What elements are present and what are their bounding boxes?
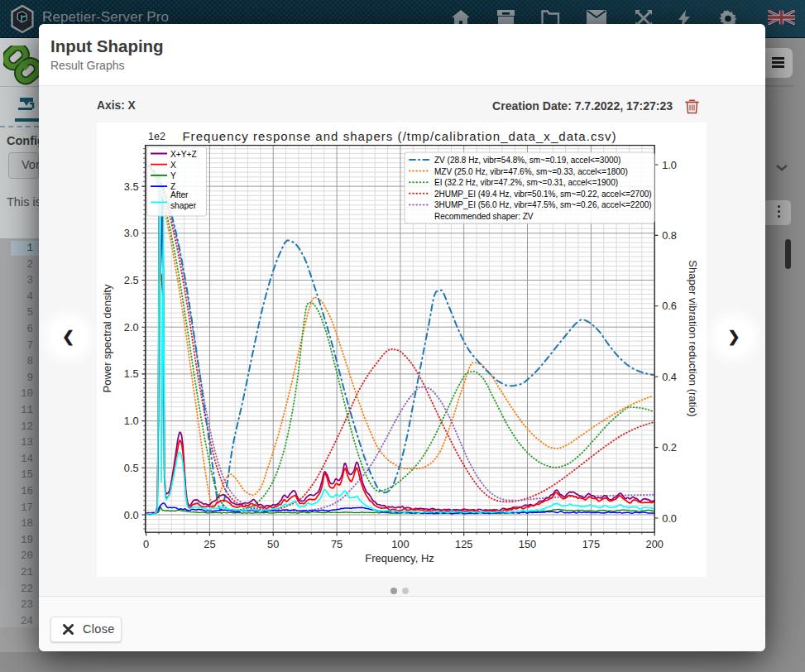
svg-text:3.0: 3.0 bbox=[124, 227, 139, 239]
svg-text:0.0: 0.0 bbox=[662, 512, 677, 525]
svg-text:MZV (25.0 Hz, vibr=47.6%, sm~=: MZV (25.0 Hz, vibr=47.6%, sm~=0.33, acce… bbox=[434, 167, 628, 176]
svg-text:0: 0 bbox=[143, 538, 149, 550]
svg-text:Shaper vibration reduction (ra: Shaper vibration reduction (ratio) bbox=[687, 260, 699, 416]
svg-text:100: 100 bbox=[391, 538, 409, 550]
svg-text:EI (32.2 Hz, vibr=47.2%, sm~=0: EI (32.2 Hz, vibr=47.2%, sm~=0.31, accel… bbox=[434, 178, 618, 187]
svg-text:Y: Y bbox=[170, 171, 176, 180]
svg-text:2.5: 2.5 bbox=[124, 274, 139, 286]
svg-text:2HUMP_EI (49.4 Hz, vibr=50.1%,: 2HUMP_EI (49.4 Hz, vibr=50.1%, sm~=0.22,… bbox=[434, 190, 652, 199]
svg-text:shaper: shaper bbox=[170, 201, 197, 210]
svg-text:After: After bbox=[170, 190, 189, 199]
svg-text:Frequency response and shapers: Frequency response and shapers (/tmp/cal… bbox=[182, 129, 616, 143]
svg-text:0.6: 0.6 bbox=[662, 300, 677, 312]
svg-text:75: 75 bbox=[331, 538, 343, 550]
svg-text:0.0: 0.0 bbox=[124, 509, 139, 521]
svg-text:1.0: 1.0 bbox=[124, 415, 139, 427]
svg-text:0.8: 0.8 bbox=[662, 229, 677, 242]
svg-text:X+Y+Z: X+Y+Z bbox=[170, 150, 197, 159]
svg-text:200: 200 bbox=[646, 538, 664, 550]
svg-text:Power spectral density: Power spectral density bbox=[101, 284, 113, 392]
svg-text:1e2: 1e2 bbox=[148, 131, 165, 142]
svg-text:50: 50 bbox=[267, 538, 279, 550]
svg-text:25: 25 bbox=[204, 538, 215, 550]
svg-text:Frequency, Hz: Frequency, Hz bbox=[365, 552, 434, 564]
svg-text:X: X bbox=[170, 161, 176, 170]
svg-text:0.5: 0.5 bbox=[124, 462, 139, 474]
svg-text:3HUMP_EI (56.0 Hz, vibr=47.5%,: 3HUMP_EI (56.0 Hz, vibr=47.5%, sm~=0.26,… bbox=[434, 200, 652, 209]
svg-text:1.5: 1.5 bbox=[124, 367, 139, 380]
svg-text:175: 175 bbox=[582, 538, 600, 550]
svg-text:150: 150 bbox=[519, 538, 536, 550]
svg-text:2.0: 2.0 bbox=[124, 321, 139, 334]
svg-text:0.4: 0.4 bbox=[662, 371, 677, 383]
svg-text:0.2: 0.2 bbox=[662, 441, 677, 454]
svg-text:1.0: 1.0 bbox=[662, 159, 677, 171]
svg-text:3.5: 3.5 bbox=[124, 180, 139, 193]
svg-text:ZV (28.8 Hz, vibr=54.8%, sm~=0: ZV (28.8 Hz, vibr=54.8%, sm~=0.19, accel… bbox=[434, 156, 621, 165]
svg-text:Recommended shaper: ZV: Recommended shaper: ZV bbox=[434, 212, 534, 221]
svg-text:125: 125 bbox=[455, 538, 472, 550]
